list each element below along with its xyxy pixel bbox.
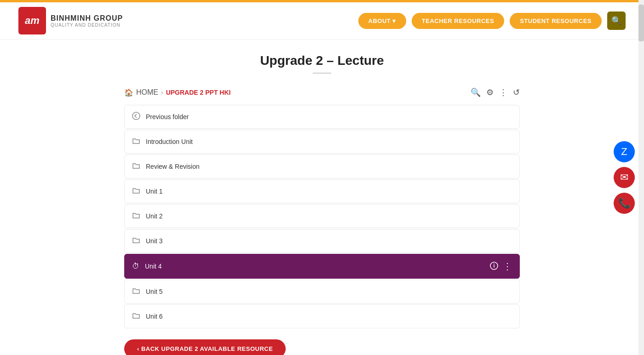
- filter-icon[interactable]: ⚙: [486, 87, 494, 97]
- search-button[interactable]: 🔍: [607, 11, 626, 30]
- more-icon[interactable]: ⋮: [503, 261, 512, 272]
- search-icon: 🔍: [611, 16, 621, 26]
- info-icon[interactable]: [490, 262, 498, 271]
- back-icon: [132, 112, 140, 122]
- file-name: Unit 5: [146, 288, 512, 295]
- file-name: Unit 1: [146, 188, 512, 195]
- list-item[interactable]: ⏱Unit 4⋮: [124, 254, 520, 279]
- folder-icon: ⏱: [132, 262, 139, 270]
- phone-icon: 📞: [618, 197, 631, 209]
- title-divider: [313, 73, 331, 74]
- file-name: Unit 2: [146, 212, 512, 220]
- folder-icon: [132, 137, 140, 147]
- page-title-area: Upgrade 2 – Lecture: [0, 40, 644, 78]
- phone-button[interactable]: 📞: [614, 193, 635, 214]
- logo-icon: am: [18, 7, 46, 34]
- list-item[interactable]: Unit 5: [124, 280, 520, 303]
- file-name: Introduction Unit: [146, 138, 512, 145]
- scrollbar-thumb[interactable]: [638, 5, 644, 41]
- svg-point-3: [494, 263, 494, 264]
- svg-point-0: [132, 112, 140, 120]
- list-item[interactable]: Unit 1: [124, 179, 520, 203]
- home-icon: 🏠: [124, 88, 133, 97]
- list-item[interactable]: Review & Revision: [124, 155, 520, 178]
- file-name: Unit 4: [145, 263, 484, 270]
- logo-area: am BINHMINH GROUP QUALITY AND DEDICATION: [18, 7, 123, 34]
- page-title: Upgrade 2 – Lecture: [9, 53, 635, 68]
- main-content: 🏠 HOME › UPGRADE 2 PPT HKI 🔍 ⚙ ⋮ ↺ Previ…: [115, 78, 529, 355]
- list-item[interactable]: Introduction Unit: [124, 130, 520, 154]
- file-name: Unit 6: [146, 313, 512, 320]
- file-name: Review & Revision: [146, 163, 512, 170]
- teacher-resources-button[interactable]: TEACHER RESOURCES: [412, 13, 504, 29]
- breadcrumb-left: 🏠 HOME › UPGRADE 2 PPT HKI: [124, 88, 230, 97]
- header: am BINHMINH GROUP QUALITY AND DEDICATION…: [0, 2, 644, 40]
- about-button[interactable]: ABOUT ▾: [358, 13, 406, 29]
- email-button[interactable]: ✉: [614, 167, 635, 188]
- folder-icon: [132, 311, 140, 321]
- folder-icon: [132, 211, 140, 221]
- more-icon[interactable]: ⋮: [499, 87, 507, 97]
- back-btn-area: ‹ BACK UPGRADE 2 AVAILABLE RESOURCE: [124, 339, 520, 355]
- list-item[interactable]: Unit 3: [124, 229, 520, 253]
- file-name: Unit 3: [146, 237, 512, 245]
- folder-icon: [132, 186, 140, 196]
- folder-icon: [132, 286, 140, 297]
- student-resources-button[interactable]: STUDENT RESOURCES: [510, 13, 602, 29]
- logo-text: BINHMINH GROUP QUALITY AND DEDICATION: [51, 14, 123, 28]
- nav-buttons: ABOUT ▾ TEACHER RESOURCES STUDENT RESOUR…: [358, 11, 626, 30]
- breadcrumb-actions: 🔍 ⚙ ⋮ ↺: [471, 87, 520, 97]
- refresh-icon[interactable]: ↺: [513, 87, 520, 97]
- folder-icon: [132, 236, 140, 246]
- breadcrumb-separator: ›: [161, 89, 163, 96]
- back-button[interactable]: ‹ BACK UPGRADE 2 AVAILABLE RESOURCE: [124, 339, 286, 355]
- list-item[interactable]: Unit 6: [124, 304, 520, 328]
- scrollbar[interactable]: [638, 0, 644, 355]
- list-item[interactable]: Unit 2: [124, 204, 520, 228]
- brand-tagline: QUALITY AND DEDICATION: [51, 23, 123, 28]
- list-item[interactable]: Previous folder: [124, 105, 520, 129]
- file-item-actions: ⋮: [490, 261, 512, 272]
- email-icon: ✉: [620, 172, 628, 183]
- breadcrumb-current: UPGRADE 2 PPT HKI: [166, 89, 231, 96]
- breadcrumb: 🏠 HOME › UPGRADE 2 PPT HKI 🔍 ⚙ ⋮ ↺: [124, 87, 520, 97]
- search-icon[interactable]: 🔍: [471, 87, 481, 97]
- file-list: Previous folderIntroduction UnitReview &…: [124, 105, 520, 328]
- zalo-icon: Z: [621, 146, 627, 158]
- brand-name: BINHMINH GROUP: [51, 14, 123, 23]
- file-name: Previous folder: [146, 113, 512, 120]
- breadcrumb-home-label[interactable]: HOME: [136, 88, 158, 97]
- zalo-button[interactable]: Z: [614, 141, 635, 162]
- folder-icon: [132, 161, 140, 172]
- floating-buttons: Z ✉ 📞: [614, 141, 635, 214]
